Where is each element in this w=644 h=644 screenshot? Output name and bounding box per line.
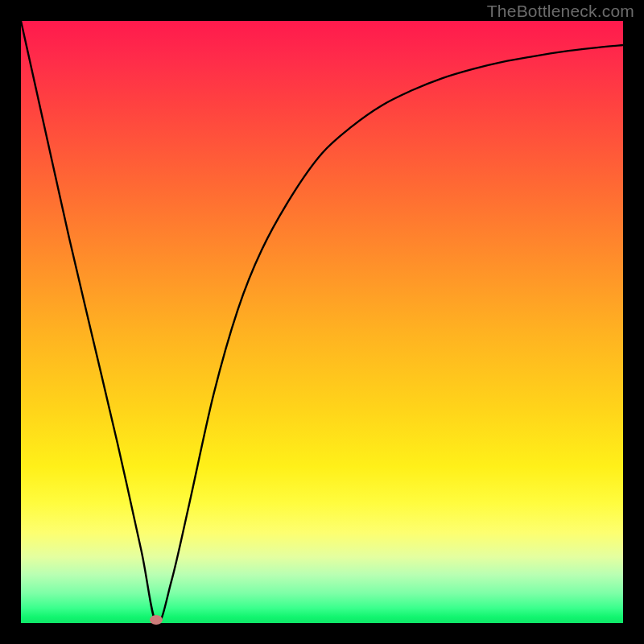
optimal-point-marker [150,615,163,625]
curve-svg [21,21,623,623]
outer-frame: TheBottleneck.com [0,0,644,644]
plot-area [21,21,623,623]
bottleneck-curve [21,21,623,623]
watermark-text: TheBottleneck.com [487,2,634,21]
